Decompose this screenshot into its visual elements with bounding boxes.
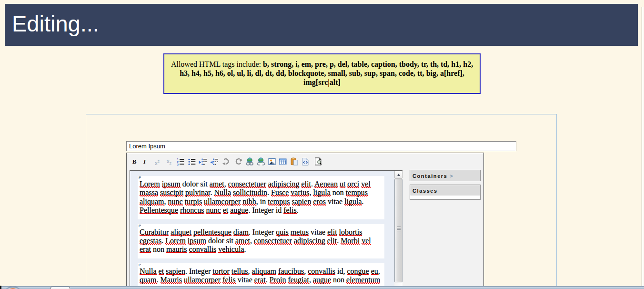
svg-text:3: 3 [177,163,179,166]
